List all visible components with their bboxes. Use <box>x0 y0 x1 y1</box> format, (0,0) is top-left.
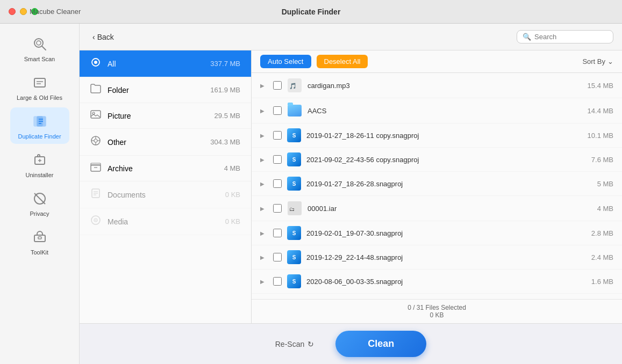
clean-button[interactable]: Clean <box>335 331 426 357</box>
category-name: Archive <box>108 164 218 173</box>
sort-by-button[interactable]: Sort By ⌄ <box>582 57 613 65</box>
svg-rect-17 <box>38 237 41 239</box>
sidebar-item-label: Smart Scan <box>24 56 55 62</box>
file-size: 15.4 MB <box>588 82 613 90</box>
expand-arrow-icon[interactable]: ▶ <box>260 83 268 89</box>
toolkit-icon <box>30 228 49 247</box>
documents-icon <box>90 188 101 201</box>
file-checkbox[interactable] <box>273 229 282 237</box>
file-thumbnail: S <box>287 274 301 288</box>
duplicate-finder-icon <box>30 112 49 131</box>
table-row[interactable]: ▶ S 2020-08-06_00-03-35.snagproj 1.6 MB <box>252 270 622 294</box>
sidebar-item-label: Privacy <box>30 210 49 217</box>
sort-by-label: Sort By <box>582 57 605 65</box>
bottom-bar: Re-Scan ↻ Clean <box>80 323 622 364</box>
media-icon <box>90 215 101 228</box>
file-checkbox[interactable] <box>273 253 282 261</box>
expand-arrow-icon[interactable]: ▶ <box>260 108 268 114</box>
search-icon: 🔍 <box>523 33 531 41</box>
expand-arrow-icon[interactable]: ▶ <box>260 133 268 139</box>
file-name: 2019-01-27_18-26-11 copy.snagproj <box>306 132 582 140</box>
back-button[interactable]: ‹ Back <box>88 31 118 43</box>
svg-point-37 <box>95 220 96 221</box>
file-checkbox[interactable] <box>273 277 282 286</box>
svg-rect-3 <box>34 78 45 87</box>
expand-arrow-icon[interactable]: ▶ <box>260 157 268 163</box>
expand-arrow-icon[interactable]: ▶ <box>260 254 268 260</box>
file-checkbox[interactable] <box>273 179 282 188</box>
table-row[interactable]: ▶ S 2019-01-27_18-26-28.snagproj 5 MB <box>252 172 622 196</box>
category-size: 0 KB <box>225 217 240 225</box>
back-label: Back <box>97 33 114 41</box>
uninstaller-icon <box>30 150 49 170</box>
category-name: Picture <box>108 112 208 120</box>
archive-icon <box>90 162 101 174</box>
file-thumbnail: S <box>287 250 301 264</box>
close-button[interactable] <box>9 8 16 15</box>
file-thumbnail <box>287 103 302 118</box>
search-input[interactable] <box>534 33 610 41</box>
file-size: 10.1 MB <box>588 132 613 140</box>
category-item-picture[interactable]: Picture 29.5 MB <box>80 103 251 129</box>
files-selected-label: 0 / 31 Files Selected <box>260 304 613 311</box>
file-name: 2019-01-27_18-26-28.snagproj <box>306 180 592 188</box>
category-size: 304.3 MB <box>210 138 240 146</box>
file-thumbnail: S <box>287 177 301 191</box>
file-thumbnail: S <box>287 152 301 166</box>
all-icon <box>90 57 101 70</box>
expand-arrow-icon[interactable]: ▶ <box>260 230 268 236</box>
back-arrow-icon: ‹ <box>92 33 95 41</box>
deselect-all-button[interactable]: Deselect All <box>317 55 368 68</box>
file-checkbox[interactable] <box>273 131 282 140</box>
expand-arrow-icon[interactable]: ▶ <box>260 279 268 285</box>
sidebar-item-label: Large & Old Files <box>17 94 62 101</box>
content-area: ‹ Back 🔍 All <box>80 24 622 364</box>
svg-text:🗂: 🗂 <box>289 206 295 212</box>
table-row[interactable]: ▶ 🗂 00001.iar 4 MB <box>252 196 622 221</box>
file-size: 2.8 MB <box>591 229 613 237</box>
table-row[interactable]: ▶ 🎵 cardigan.mp3 15.4 MB <box>252 73 622 98</box>
rescan-button[interactable]: Re-Scan ↻ <box>275 340 314 348</box>
sidebar-item-uninstaller[interactable]: Uninstaller <box>10 146 69 183</box>
category-name: Media <box>108 217 219 226</box>
svg-point-19 <box>94 61 97 64</box>
sidebar-item-privacy[interactable]: Privacy <box>10 185 69 221</box>
category-item-all[interactable]: All 337.7 MB <box>80 50 251 77</box>
sidebar-item-duplicate-finder[interactable]: Duplicate Finder <box>10 107 69 144</box>
file-thumbnail: S <box>287 226 301 240</box>
file-size: 1.6 MB <box>591 278 613 286</box>
privacy-icon <box>30 189 49 208</box>
search-box[interactable]: 🔍 <box>517 30 613 43</box>
file-checkbox[interactable] <box>273 81 282 90</box>
file-thumbnail: 🗂 <box>287 201 302 216</box>
svg-rect-20 <box>91 111 101 118</box>
rescan-icon: ↻ <box>308 340 314 348</box>
sidebar-item-smart-scan[interactable]: Smart Scan <box>10 30 69 67</box>
file-name: 2020-08-06_00-03-35.snagproj <box>306 278 586 286</box>
table-row[interactable]: ▶ S 2021-09-02_22-43-56 copy.snagproj 7.… <box>252 148 622 172</box>
file-checkbox[interactable] <box>273 106 282 115</box>
minimize-button[interactable] <box>20 8 27 15</box>
category-item-other[interactable]: Other 304.3 MB <box>80 129 251 156</box>
smart-scan-icon <box>30 34 49 54</box>
file-checkbox[interactable] <box>273 155 282 164</box>
category-item-folder[interactable]: Folder 161.9 MB <box>80 77 251 103</box>
auto-select-button[interactable]: Auto Select <box>260 55 311 68</box>
large-old-files-icon <box>30 73 49 92</box>
table-row[interactable]: ▶ S 2019-01-27_18-26-11 copy.snagproj 10… <box>252 123 622 148</box>
top-bar: ‹ Back 🔍 <box>80 24 622 50</box>
expand-arrow-icon[interactable]: ▶ <box>260 181 268 187</box>
file-checkbox[interactable] <box>273 204 282 213</box>
category-item-documents: Documents 0 KB <box>80 181 251 208</box>
file-name: 2021-09-02_22-43-56 copy.snagproj <box>306 156 586 164</box>
file-name: cardigan.mp3 <box>308 82 582 90</box>
sidebar-item-large-old-files[interactable]: Large & Old Files <box>10 69 69 105</box>
file-size: 14.4 MB <box>588 107 613 115</box>
expand-arrow-icon[interactable]: ▶ <box>260 206 268 212</box>
table-row[interactable]: ▶ S 2019-02-01_19-07-30.snagproj 2.8 MB <box>252 221 622 245</box>
table-row[interactable]: ▶ S 2019-12-29_22-14-48.snagproj 2.4 MB <box>252 245 622 270</box>
folder-icon <box>90 84 101 96</box>
category-item-archive[interactable]: Archive 4 MB <box>80 156 251 181</box>
table-row[interactable]: ▶ AACS 14.4 MB <box>252 98 622 123</box>
sidebar-item-toolkit[interactable]: ToolKit <box>10 223 69 260</box>
